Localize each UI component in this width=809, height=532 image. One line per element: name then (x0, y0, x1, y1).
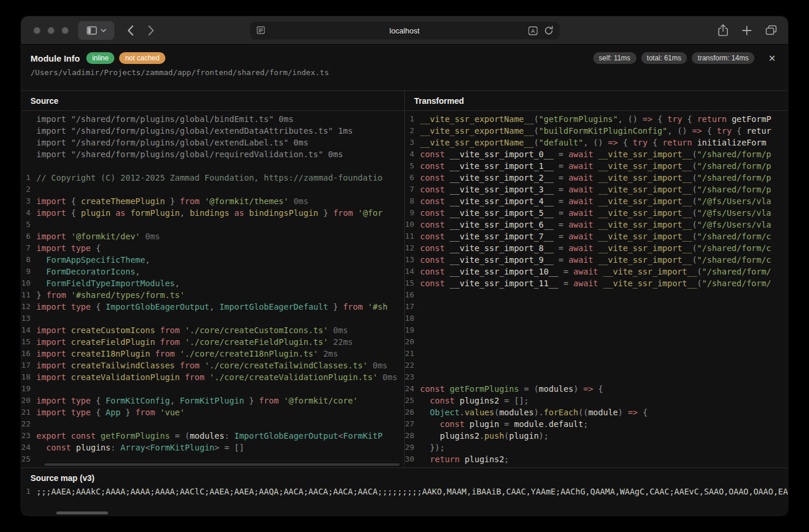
code-line: 2 (21, 184, 404, 195)
transformed-panel-title: Transformed (405, 91, 788, 111)
address-bar[interactable]: localhost A (250, 22, 559, 39)
timing-self-badge: self: 11ms (593, 52, 637, 64)
close-button[interactable]: × (766, 53, 778, 63)
code-line: 6import '@formkit/dev' 0ms (21, 231, 404, 242)
sourcemap-mappings: ;;;AAEA;AAAkC;AAAA;AAAA;AAAA;AAClC;AAEA;… (36, 486, 788, 497)
code-line: 24 const plugins: Array<FormKitPlugin> =… (21, 442, 404, 453)
new-tab-icon[interactable] (742, 25, 752, 36)
code-line: 12const __vite_ssr_import_8__ = await __… (405, 242, 788, 254)
horizontal-scrollbar-thumb[interactable] (56, 511, 108, 514)
code-line: 6const __vite_ssr_import_2__ = await __v… (405, 172, 788, 184)
browser-titlebar: localhost A (21, 16, 788, 45)
code-line: 16import createI18nPlugin from './core/c… (21, 348, 404, 360)
code-line: 16 (405, 289, 788, 301)
code-line: 25 const plugins2 = []; (405, 395, 788, 406)
code-line: 17 (405, 301, 788, 313)
code-line: 22 (21, 418, 404, 430)
code-line: 7const __vite_ssr_import_3__ = await __v… (405, 184, 788, 195)
code-line: 22 (405, 360, 788, 371)
code-line: 8const __vite_ssr_import_4__ = await __v… (405, 195, 788, 207)
source-panel: Source import "/shared/form/plugins/glob… (21, 91, 404, 467)
forward-button[interactable] (148, 25, 154, 36)
code-line: 3__vite_ssr_exportName__("default", () =… (405, 137, 788, 148)
transformed-panel: Transformed 1__vite_ssr_exportName__("ge… (404, 91, 788, 467)
code-line: 9const __vite_ssr_import_5__ = await __v… (405, 207, 788, 219)
code-line (21, 160, 404, 172)
code-line: 10const __vite_ssr_import_6__ = await __… (405, 219, 788, 231)
code-line: 18 (405, 313, 788, 324)
reader-icon[interactable] (256, 26, 265, 34)
back-button[interactable] (127, 25, 134, 36)
tabs-overview-icon[interactable] (766, 25, 777, 35)
inlined-import-line: import "/shared/form/plugins/global/bind… (21, 113, 404, 125)
code-line: 18import createValidationPlugin from './… (21, 371, 404, 383)
inline-badge: inline (86, 52, 114, 64)
timing-total-badge: total: 61ms (641, 52, 688, 64)
code-line: 1__vite_ssr_exportName__("getFormPlugins… (405, 113, 788, 125)
code-line: 11} from '#shared/types/form.ts' (21, 289, 404, 301)
code-line: 15const __vite_ssr_import_11__ = await _… (405, 277, 788, 289)
chevron-down-icon (101, 29, 106, 32)
traffic-light-close[interactable] (33, 27, 40, 34)
code-line: 9 FormDecoratorIcons, (21, 266, 404, 277)
code-line: 27 const plugin = module.default; (405, 418, 788, 430)
code-line: 29 }); (405, 442, 788, 453)
inlined-import-line: import "/shared/form/plugins/global/exte… (21, 137, 404, 148)
sidebar-icon (87, 26, 97, 35)
code-line: 26 Object.values(modules).forEach((modul… (405, 406, 788, 418)
code-line: 23 (405, 371, 788, 383)
traffic-light-zoom[interactable] (62, 27, 69, 34)
sourcemap-title: Source map (v3) (21, 468, 788, 486)
source-horizontal-scrollbar[interactable] (45, 463, 400, 466)
code-line: 12import type { ImportGlobEagerOutput, I… (21, 301, 404, 313)
code-line: 24const getFormPlugins = (modules) => { (405, 383, 788, 395)
timing-transform-badge: transform: 14ms (692, 52, 754, 64)
code-line: 4const __vite_ssr_import_0__ = await __v… (405, 148, 788, 160)
sourcemap-line-number: 1 (21, 486, 36, 497)
code-line: 4import { plugin as formPlugin, bindings… (21, 207, 404, 219)
source-panel-title: Source (21, 91, 404, 111)
code-line: 14import createCustomIcons from './core/… (21, 324, 404, 336)
svg-text:A: A (531, 28, 535, 34)
code-line: 1// Copyright (C) 2012-2025 Zammad Found… (21, 172, 404, 184)
code-line: 23export const getFormPlugins = (modules… (21, 430, 404, 442)
code-line: 19 (21, 383, 404, 395)
sidebar-toggle-button[interactable] (78, 21, 114, 40)
code-line: 28 plugins2.push(plugin); (405, 430, 788, 442)
code-line: 11const __vite_ssr_import_7__ = await __… (405, 231, 788, 242)
module-info-header: Module Info inline not cached self: 11ms… (21, 45, 788, 91)
sourcemap-line: 1 ;;;AAEA;AAAkC;AAAA;AAAA;AAAA;AAClC;AAE… (21, 486, 788, 497)
traffic-light-minimize[interactable] (48, 27, 55, 34)
browser-window: localhost A Module Info (21, 16, 788, 516)
page-title: Module Info (31, 53, 80, 63)
code-line: 5const __vite_ssr_import_1__ = await __v… (405, 160, 788, 172)
source-code-area[interactable]: import "/shared/form/plugins/global/bind… (21, 111, 404, 467)
translate-icon[interactable]: A (528, 26, 537, 35)
code-line: 21 (405, 348, 788, 360)
code-line: 5 (21, 219, 404, 231)
code-line: 14const __vite_ssr_import_10__ = await _… (405, 266, 788, 277)
transformed-code-area[interactable]: 1__vite_ssr_exportName__("getFormPlugins… (405, 111, 788, 467)
reload-icon[interactable] (544, 26, 553, 35)
url-text: localhost (390, 26, 419, 35)
code-line: 17import createTailwindClasses from './c… (21, 360, 404, 371)
code-line: 8 FormAppSpecificTheme, (21, 254, 404, 266)
code-line: 13const __vite_ssr_import_9__ = await __… (405, 254, 788, 266)
code-line: 10 FormFieldTypeImportModules, (21, 277, 404, 289)
module-file-path: /Users/vladimir/Projects/zammad/app/fron… (31, 68, 778, 77)
code-line: 7import type { (21, 242, 404, 254)
window-controls (33, 27, 69, 34)
code-line: 20 (405, 336, 788, 348)
code-line: 21import type { App } from 'vue' (21, 406, 404, 418)
code-line: 19 (405, 324, 788, 336)
inlined-import-line: import "/shared/form/plugins/global/exte… (21, 125, 404, 137)
code-line: 30 return plugins2; (405, 453, 788, 465)
inlined-import-line: import "/shared/form/plugins/global/requ… (21, 148, 404, 160)
code-line: 15import createFieldPlugin from './core/… (21, 336, 404, 348)
code-line: 13 (21, 313, 404, 324)
share-icon[interactable] (718, 24, 728, 36)
sourcemap-panel: Source map (v3) 1 ;;;AAEA;AAAkC;AAAA;AAA… (21, 467, 788, 516)
code-line: 20import type { FormKitConfig, FormKitPl… (21, 395, 404, 406)
code-line: 3import { createThemePlugin } from '@for… (21, 195, 404, 207)
code-line: 2__vite_ssr_exportName__("buildFormKitPl… (405, 125, 788, 137)
